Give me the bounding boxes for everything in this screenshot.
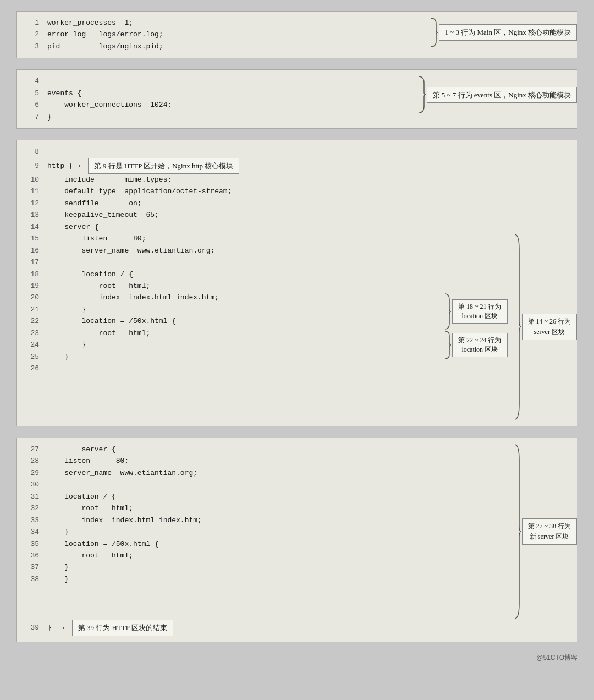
page: 1 worker_processes 1; 2 error_log logs/e… xyxy=(0,0,594,674)
line-num: 4 xyxy=(23,75,39,87)
line-code: } xyxy=(47,622,52,633)
code-line-36: 36 root html; xyxy=(17,550,507,561)
section3-main-area: 10 include mime.types; 11 default_type a… xyxy=(17,174,577,420)
line-num: 32 xyxy=(23,502,39,514)
location1-annot: 第 18 ~ 21 行为location 区块 xyxy=(442,293,508,330)
code-line-19: 19 root html; xyxy=(17,280,438,292)
line-num: 27 xyxy=(23,444,39,455)
line-num: 23 xyxy=(23,327,39,339)
location2-annotation-box: 第 22 ~ 24 行为location 区块 xyxy=(452,333,508,357)
line-num: 25 xyxy=(23,351,39,363)
line-num: 36 xyxy=(23,550,39,561)
code-line-12: 12 sendfile on; xyxy=(17,198,438,209)
section3-code-lines: 10 include mime.types; 11 default_type a… xyxy=(17,174,438,374)
code-line-13: 13 keepalive_timeout 65; xyxy=(17,209,438,221)
line-num: 21 xyxy=(23,304,39,315)
code-line-4: 4 xyxy=(17,75,410,87)
code-line-28: 28 listen 80; xyxy=(17,455,507,467)
line-num: 16 xyxy=(23,245,39,256)
line-num: 13 xyxy=(23,209,39,221)
line-code: root html; xyxy=(47,327,150,339)
arrow-left-icon: ← xyxy=(79,160,85,171)
line-num: 22 xyxy=(23,315,39,327)
line-code: http { xyxy=(47,160,73,172)
line-code: } xyxy=(47,351,69,363)
spacer3 xyxy=(512,174,578,233)
server2-annotation-box: 第 27 ~ 38 行为新 server 区块 xyxy=(522,518,578,545)
server2-annotation: 第 27 ~ 38 行为新 server 区块 xyxy=(512,444,578,620)
brace-server2-svg xyxy=(512,444,522,620)
line-code: server_name www.etiantian.org; xyxy=(47,467,197,479)
line39-row: 39 } ← 第 39 行为 HTTP 区块的结束 xyxy=(17,620,577,636)
line-num: 10 xyxy=(23,174,39,185)
server-annotation-outer: 第 14 ~ 26 行为server 区块 xyxy=(512,174,578,420)
code-line-29: 29 server_name www.etiantian.org; xyxy=(17,467,507,479)
line-num: 29 xyxy=(23,467,39,479)
line-code: } xyxy=(47,304,86,315)
line-code: listen 80; xyxy=(47,233,146,244)
brace-location2-svg xyxy=(442,330,452,360)
http-start-annotation: ← 第 9 行是 HTTP 区开始，Nginx http 核心模块 xyxy=(79,158,240,174)
line-num: 12 xyxy=(23,198,39,209)
line-code: location / { xyxy=(47,491,116,502)
code-line-1: 1 worker_processes 1; xyxy=(17,17,422,29)
line-code: location / { xyxy=(47,269,133,280)
brace-location1-svg xyxy=(442,293,452,330)
spacer1 xyxy=(442,174,508,293)
brace-events-svg xyxy=(416,75,427,114)
line-code: root html; xyxy=(47,280,150,292)
code-line-7: 7 } xyxy=(17,111,410,123)
line-num: 3 xyxy=(23,41,39,52)
code-line-35: 35 location = /50x.html { xyxy=(17,538,507,550)
http-start-annotation-box: 第 9 行是 HTTP 区开始，Nginx http 核心模块 xyxy=(88,158,240,174)
section4-main-area: 27 server { 28 listen 80; 29 server_name… xyxy=(17,444,577,620)
line-num: 34 xyxy=(23,526,39,538)
line-code: pid logs/nginx.pid; xyxy=(47,41,163,52)
section3-annotations-col: 第 18 ~ 21 行为location 区块 第 22 ~ 24 行为loca… xyxy=(442,174,577,420)
code-line-25: 25 } xyxy=(17,351,438,363)
line-num: 6 xyxy=(23,99,39,111)
line-num: 38 xyxy=(23,573,39,585)
http-end-annotation: ← 第 39 行为 HTTP 区块的结束 xyxy=(63,620,173,636)
line-code: root html; xyxy=(47,550,133,561)
code-line-32: 32 root html; xyxy=(17,502,507,514)
line-code: listen 80; xyxy=(47,455,129,467)
line-num: 30 xyxy=(23,479,39,490)
code-line-22: 22 location = /50x.html { xyxy=(17,315,438,327)
line-num: 11 xyxy=(23,185,39,197)
brace-right-svg xyxy=(428,17,439,48)
line-num: 37 xyxy=(23,561,39,573)
code-line-34: 34 } xyxy=(17,526,507,538)
section1-block: 1 worker_processes 1; 2 error_log logs/e… xyxy=(16,11,578,58)
line-code: } xyxy=(47,561,69,573)
section2-annotation-box: 第 5 ~ 7 行为 events 区，Nginx 核心功能模块 xyxy=(427,87,578,103)
code-line-31: 31 location / { xyxy=(17,491,507,502)
section1-lines: 1 worker_processes 1; 2 error_log logs/e… xyxy=(17,17,422,52)
code-line-30: 30 xyxy=(17,479,507,490)
line-code: worker_processes 1; xyxy=(47,17,133,29)
line-num: 24 xyxy=(23,339,39,351)
line-num: 1 xyxy=(23,17,39,29)
section3-block: 8 9 http { ← 第 9 行是 HTTP 区开始，Nginx http … xyxy=(16,140,578,426)
code-line-37: 37 } xyxy=(17,561,507,573)
line-code: include mime.types; xyxy=(47,174,172,185)
server-annot: 第 14 ~ 26 行为server 区块 xyxy=(512,233,578,420)
line-num: 18 xyxy=(23,269,39,280)
section4-code-lines: 27 server { 28 listen 80; 29 server_name… xyxy=(17,444,507,585)
line-num: 8 xyxy=(23,146,39,157)
code-line-9: 9 http { xyxy=(17,160,73,172)
line-code: index index.html index.htm; xyxy=(47,292,219,303)
line-code: error_log logs/error.log; xyxy=(47,29,163,40)
code-line-11: 11 default_type application/octet-stream… xyxy=(17,185,438,197)
line-num: 26 xyxy=(23,363,39,374)
code-line-26: 26 xyxy=(17,363,438,374)
code-line-2: 2 error_log logs/error.log; xyxy=(17,29,422,40)
brace-server-svg xyxy=(512,233,522,420)
line-num: 15 xyxy=(23,233,39,244)
code-line-39: 39 } xyxy=(17,622,57,633)
line-code: } xyxy=(47,111,52,123)
code-line-38: 38 } xyxy=(17,573,507,585)
section4-block: 27 server { 28 listen 80; 29 server_name… xyxy=(16,438,578,642)
code-line-10: 10 include mime.types; xyxy=(17,174,438,185)
line-code: } xyxy=(47,339,86,351)
